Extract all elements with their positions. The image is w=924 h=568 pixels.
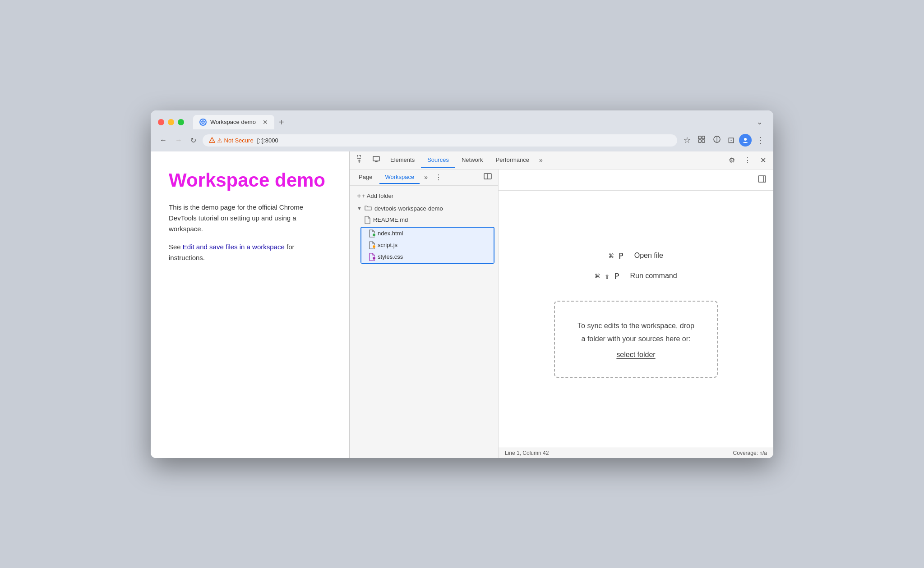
svg-rect-7 [702,140,705,142]
tab-network[interactable]: Network [455,153,490,168]
inspect-element-button[interactable] [353,153,369,167]
devtools-right-actions: ⚙ ⋮ ✕ [725,154,770,166]
sources-tab-page[interactable]: Page [353,171,378,184]
tab-title: Workspace demo [210,119,256,125]
run-command-label: Run command [630,272,677,280]
collapse-sidebar-button[interactable] [756,173,768,187]
security-warning: ! ⚠ Not Secure [209,137,254,144]
sources-panel: Page Workspace » ⋮ [350,169,773,458]
address-bar: ← → ↻ ! ⚠ Not Secure [::]:8000 ☆ ⊡ ⋮ [151,129,773,151]
minimize-window-button[interactable] [168,119,174,125]
open-file-keys: ⌘ P [609,251,624,261]
sources-more-tabs[interactable]: » [421,173,430,182]
sources-tab-bar: Page Workspace » ⋮ [350,169,498,186]
tab-bar: Workspace demo ✕ + [193,115,748,129]
file-item-html[interactable]: ndex.html [361,228,494,239]
tab-elements[interactable]: Elements [384,153,421,168]
file-icon-html-wrapper [369,229,375,238]
tab-favicon-icon [199,119,207,126]
sources-main-area: ⌘ P Open file ⌘ ⇧ P Run command To sync … [499,169,773,458]
file-icon-css-wrapper [369,253,375,261]
close-window-button[interactable] [158,119,164,125]
file-item-js[interactable]: script.js [361,239,494,251]
tab-performance[interactable]: Performance [490,153,536,168]
sources-sidebar: Page Workspace » ⋮ [350,169,499,458]
tab-close-button[interactable]: ✕ [263,119,268,126]
file-name-html: ndex.html [378,230,403,237]
sources-tab-menu-button[interactable]: ⋮ [432,172,445,183]
split-view-button[interactable]: ⊡ [726,133,736,147]
url-bar[interactable]: ! ⚠ Not Secure [::]:8000 [203,134,677,147]
tab-menu-button[interactable]: ⌄ [753,116,766,128]
maximize-window-button[interactable] [178,119,184,125]
svg-rect-6 [698,140,701,142]
open-file-label: Open file [634,252,663,260]
run-command-keys: ⌘ ⇧ P [595,271,619,281]
more-tabs-button[interactable]: » [536,155,546,165]
highlighted-files-group: ndex.html [360,227,494,264]
title-bar: Workspace demo ✕ + ⌄ [151,110,773,129]
add-folder-icon: + [357,192,361,200]
devtools-more-button[interactable]: ⋮ [740,154,755,166]
workspace-link[interactable]: Edit and save files in a workspace [183,243,285,251]
file-icon-js-wrapper [369,241,375,249]
sources-tab-workspace[interactable]: Workspace [379,171,420,184]
svg-rect-11 [357,156,360,159]
back-button[interactable]: ← [158,134,169,146]
profile-button[interactable] [739,134,752,147]
tab-sources[interactable]: Sources [421,153,455,168]
svg-rect-18 [758,176,766,182]
drop-zone-text: To sync edits to the workspace, drop a f… [578,320,694,346]
device-toolbar-button[interactable] [369,153,384,167]
traffic-lights [158,119,184,125]
folder-icon [365,205,372,212]
sources-file-tree: + + Add folder ▼ devtools-workspace-demo [350,186,498,458]
sidebar-toggle-button[interactable] [481,171,494,183]
file-item-readme[interactable]: README.md [357,214,498,226]
drop-line1: To sync edits to the workspace, drop [578,322,694,330]
browser-actions: ☆ ⊡ ⋮ [682,133,766,148]
extensions-button[interactable] [695,133,708,148]
sources-main-header [499,169,773,191]
bookmark-button[interactable]: ☆ [682,133,693,147]
svg-text:!: ! [212,139,213,143]
browser-tab-active[interactable]: Workspace demo ✕ [193,115,274,129]
cursor-position: Line 1, Column 42 [505,450,549,456]
select-folder-link[interactable]: select folder [616,351,655,358]
page-content: Workspace demo This is the demo page for… [151,151,349,458]
chrome-menu-button[interactable]: ⋮ [754,133,766,147]
page-description: This is the demo page for the official C… [169,202,331,234]
new-tab-button[interactable]: + [274,115,289,129]
forward-button[interactable]: → [173,134,184,146]
html-dot-indicator [372,233,376,237]
devtools-close-button[interactable]: ✕ [757,154,770,166]
sources-sidebar-actions [481,171,494,183]
coverage-status: Coverage: n/a [733,450,767,456]
file-name-readme: README.md [373,216,408,223]
devtools-tab-bar: Elements Sources Network Performance » ⚙… [350,151,773,169]
js-dot-indicator [372,245,376,248]
devtools-panel: Elements Sources Network Performance » ⚙… [349,151,773,458]
devtools-button[interactable] [711,133,723,148]
file-name-css: styles.css [378,253,403,260]
sources-welcome-content: ⌘ P Open file ⌘ ⇧ P Run command To sync … [499,191,773,448]
folder-name: devtools-workspace-demo [374,205,443,212]
run-command-shortcut: ⌘ ⇧ P Run command [595,271,677,281]
link-prefix: See [169,243,183,251]
page-title: Workspace demo [169,169,331,191]
url-text: [::]:8000 [257,137,278,144]
root-folder-item[interactable]: ▼ devtools-workspace-demo [350,203,498,214]
file-item-css[interactable]: styles.css [361,251,494,263]
browser-window: Workspace demo ✕ + ⌄ ← → ↻ ! ⚠ Not Secur… [151,110,773,458]
add-folder-button[interactable]: + + Add folder [350,189,498,203]
svg-point-10 [744,138,747,141]
svg-rect-14 [373,156,379,161]
svg-rect-5 [702,136,705,139]
refresh-button[interactable]: ↻ [189,134,198,147]
workspace-drop-zone[interactable]: To sync edits to the workspace, drop a f… [554,301,718,378]
file-name-js: script.js [378,242,397,248]
devtools-settings-button[interactable]: ⚙ [725,154,739,166]
page-link-paragraph: See Edit and save files in a workspace f… [169,242,331,263]
folder-children: README.md [357,214,498,264]
open-file-shortcut: ⌘ P Open file [609,251,663,261]
